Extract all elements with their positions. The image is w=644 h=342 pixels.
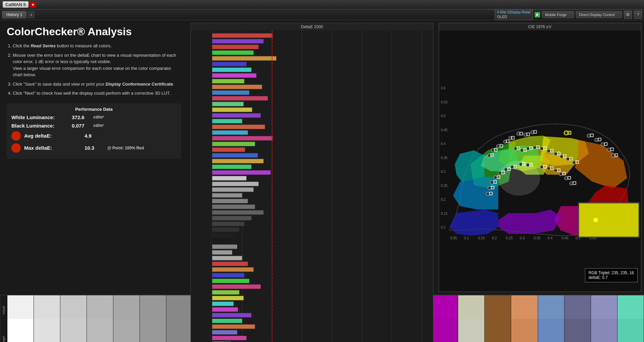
svg-rect-39 <box>212 199 248 203</box>
svg-point-119 <box>540 147 543 150</box>
actual-swatch <box>565 295 591 319</box>
black-luminance-value: 0.077 <box>72 123 92 129</box>
actual-swatch <box>113 295 140 319</box>
svg-text:0.2: 0.2 <box>441 198 446 201</box>
target-swatch <box>34 319 60 342</box>
target-label: Target <box>0 325 7 342</box>
rgb-triplet-box: RGB Triplet: 235, 235, 16 deltaE: 5.7 <box>585 268 638 282</box>
svg-text:0.15: 0.15 <box>441 212 447 215</box>
svg-rect-184 <box>568 131 571 134</box>
svg-rect-44 <box>212 228 239 232</box>
svg-text:0.6: 0.6 <box>441 86 446 90</box>
performance-data: Performance Data White Luminance: 372.6 … <box>7 103 181 159</box>
white-luminance-label: White Luminance: <box>11 114 72 120</box>
target-swatch <box>113 319 140 342</box>
svg-rect-46 <box>212 239 230 243</box>
svg-point-122 <box>560 155 563 158</box>
device3-select[interactable]: Direct Display Control <box>576 11 622 18</box>
svg-text:0.35: 0.35 <box>441 156 447 160</box>
top-bar: CalMAN 5 ▼ <box>0 0 644 9</box>
cie-panel: CIE 1976 u'v' 0.6 0.55 0.5 0.45 0.4 0.35… <box>436 20 644 295</box>
svg-text:0.2: 0.2 <box>492 236 497 240</box>
target-swatch <box>60 319 87 342</box>
instructions: Click the Read Series button to measure … <box>7 43 181 97</box>
instruction-2: Mouse over the error bars on the deltaE … <box>13 52 181 78</box>
svg-rect-24 <box>212 113 261 118</box>
svg-point-177 <box>611 154 615 157</box>
svg-rect-49 <box>212 256 242 260</box>
add-tab-button[interactable]: + <box>28 11 35 18</box>
svg-rect-62 <box>212 330 237 335</box>
svg-rect-47 <box>212 245 237 249</box>
logo-dropdown-button[interactable]: ▼ <box>30 2 36 7</box>
svg-point-105 <box>498 161 540 196</box>
svg-text:0.45: 0.45 <box>561 236 568 240</box>
svg-rect-57 <box>212 302 234 306</box>
svg-marker-100 <box>455 150 484 182</box>
cie-chart-svg: 0.6 0.55 0.5 0.45 0.4 0.35 0.3 0.25 0.2 … <box>439 31 641 291</box>
svg-text:0.3: 0.3 <box>441 170 446 174</box>
actual-swatch <box>7 295 34 319</box>
svg-rect-61 <box>212 325 255 329</box>
target-swatch <box>140 319 166 342</box>
svg-point-120 <box>547 149 550 153</box>
svg-point-135 <box>547 167 550 170</box>
device1-sub: OLED <box>497 14 530 19</box>
svg-rect-56 <box>212 296 244 300</box>
target-swatch <box>7 319 34 342</box>
actual-swatch <box>34 295 60 319</box>
history-tab[interactable]: History 1 <box>2 11 26 18</box>
device1-status[interactable] <box>535 12 540 17</box>
svg-point-174 <box>595 138 598 142</box>
svg-rect-37 <box>212 188 254 192</box>
target-swatch <box>591 319 618 342</box>
svg-rect-52 <box>212 273 245 278</box>
svg-point-138 <box>565 177 568 180</box>
svg-rect-172 <box>573 182 576 184</box>
svg-point-128 <box>504 168 507 171</box>
cie-chart-title: CIE 1976 u'v' <box>439 23 641 31</box>
svg-text:0.35: 0.35 <box>534 236 540 240</box>
calman-logo: CalMAN 5 <box>3 1 29 8</box>
svg-rect-53 <box>212 279 249 283</box>
svg-rect-22 <box>212 102 244 106</box>
actual-swatch <box>60 295 87 319</box>
svg-rect-55 <box>212 290 239 295</box>
svg-point-116 <box>520 149 524 152</box>
max-deltae-row: Max deltaE: 10.3 @ Point: 100% Red <box>11 143 176 153</box>
svg-point-136 <box>554 169 557 172</box>
svg-rect-35 <box>212 176 247 181</box>
svg-point-134 <box>540 165 543 168</box>
settings-icon[interactable]: ⚙ <box>624 11 632 19</box>
cie-deltae-value: deltaE: 5.7 <box>589 275 634 280</box>
avg-deltae-row: Avg deltaE: 4.9 <box>11 131 176 141</box>
target-swatch <box>511 319 538 342</box>
svg-text:0.55: 0.55 <box>441 100 447 104</box>
svg-point-176 <box>607 148 610 151</box>
svg-rect-171 <box>568 177 571 179</box>
svg-point-112 <box>496 144 500 148</box>
svg-marker-98 <box>449 209 498 236</box>
svg-rect-178 <box>591 134 593 137</box>
device2-select[interactable]: Mobile Forge <box>542 11 574 18</box>
svg-rect-28 <box>212 136 273 141</box>
svg-rect-26 <box>212 125 265 129</box>
svg-rect-180 <box>604 143 607 145</box>
actual-swatch <box>618 295 644 319</box>
svg-point-175 <box>601 143 604 146</box>
avg-deltae-label: Avg deltaE: <box>24 133 85 139</box>
svg-rect-54 <box>212 285 261 289</box>
svg-point-121 <box>554 152 557 155</box>
left-panel: ColorChecker® Analysis Click the Read Se… <box>0 20 188 295</box>
svg-rect-25 <box>212 119 242 124</box>
instruction-3: Click "Save" to save data and view or pr… <box>13 81 181 88</box>
target-swatch <box>565 319 591 342</box>
max-deltae-value: 10.3 <box>85 145 105 151</box>
svg-marker-97 <box>498 209 561 234</box>
svg-rect-17 <box>212 74 257 78</box>
svg-rect-38 <box>212 193 242 198</box>
svg-rect-40 <box>212 205 255 209</box>
help-icon[interactable]: ? <box>634 11 642 19</box>
black-luminance-label: Black Luminance: <box>11 123 72 129</box>
white-luminance-value: 372.6 <box>72 114 92 120</box>
